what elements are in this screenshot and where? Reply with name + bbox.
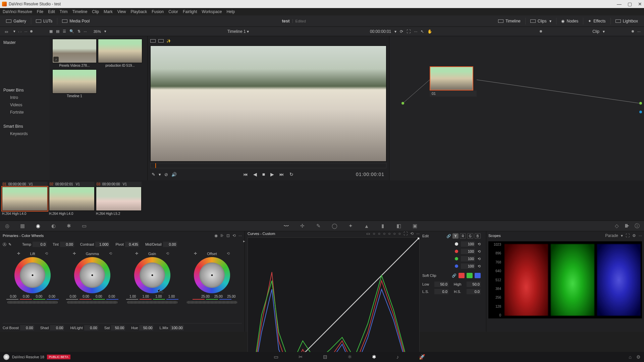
curve-editor[interactable]: ▸ (248, 237, 420, 362)
window-icon[interactable]: ◯ (331, 223, 338, 229)
camera-raw-icon[interactable]: ◎ (3, 223, 11, 229)
menu-help[interactable]: Help (226, 9, 235, 14)
options-icon[interactable]: ··· (639, 233, 642, 238)
chevron-down-icon[interactable]: ▾ (603, 29, 605, 34)
options-icon[interactable]: ··· (416, 231, 420, 236)
reset-icon[interactable]: ⟲ (232, 233, 236, 238)
luts-button[interactable]: LUTs (33, 17, 55, 25)
key-icon[interactable]: ◧ (395, 223, 402, 229)
hand-icon[interactable]: ✋ (427, 29, 432, 34)
menu-timeline[interactable]: Timeline (72, 9, 87, 14)
warper-icon[interactable]: ✢ (299, 223, 306, 229)
timeline-clip[interactable]: 01 00:00:00:00 V1 H.264 High L4.0 (2, 182, 48, 216)
viewer-image[interactable] (150, 46, 386, 162)
options-icon[interactable]: ··· (637, 29, 641, 34)
curves-icon[interactable]: 〰 (282, 223, 290, 229)
contrast-input[interactable]: 1.000 (95, 242, 109, 247)
cut-page-icon[interactable]: ✂ (299, 354, 303, 360)
color-node[interactable]: 01 (430, 66, 477, 97)
options-icon[interactable]: ··· (238, 233, 242, 238)
chevron-down-icon[interactable]: ▾ (159, 172, 161, 177)
viewer-layout-icon[interactable]: ▭ (5, 29, 9, 34)
reset-icon[interactable]: ⟲ (478, 242, 481, 246)
yrgb-toggle[interactable]: ✛ (135, 251, 138, 256)
thumb-view-icon[interactable]: ▤ (56, 29, 59, 34)
menu-fusion[interactable]: Fusion (152, 9, 164, 14)
timeline-name[interactable]: Timeline 1 (227, 29, 246, 34)
project-settings-icon[interactable]: ⚙ (636, 354, 641, 360)
colboost-input[interactable]: 0.00 (20, 325, 34, 330)
y-channel-chip[interactable]: Y (452, 233, 459, 239)
options-icon[interactable]: ··· (84, 29, 87, 34)
color-wheels-icon[interactable]: ◉ (34, 223, 42, 229)
qualifier-icon[interactable]: ✎ (315, 223, 322, 229)
settings-icon[interactable]: ⚙ (632, 233, 636, 238)
offset-wheel[interactable] (194, 257, 230, 293)
gallery-button[interactable]: Gallery (3, 17, 29, 25)
picker-icon[interactable]: ✎ (152, 172, 155, 177)
bin-keywords[interactable]: Keywords (0, 130, 50, 137)
sat-input[interactable]: 50.00 (111, 325, 125, 330)
blue-intensity[interactable]: 100 (461, 263, 475, 269)
unmix-icon[interactable]: ⊘ (164, 172, 168, 177)
chevron-down-icon[interactable]: ▾ (394, 29, 396, 34)
minimize-button[interactable]: — (617, 1, 622, 7)
magic-mask-icon[interactable]: ▲ (363, 223, 370, 229)
menu-davinci[interactable]: DaVinci Resolve (3, 9, 32, 14)
expand-icon[interactable]: ⛶ (626, 233, 630, 238)
gamma-wheel[interactable] (74, 257, 110, 293)
wheels-mode-icon[interactable]: ◉ (214, 233, 218, 238)
next-frame-button[interactable]: ⏭ (279, 172, 284, 177)
grid-view-icon[interactable]: ▦ (49, 29, 53, 34)
edit-page-icon[interactable]: ⊟ (323, 354, 327, 360)
temp-input[interactable]: 0.0 (33, 242, 47, 247)
timeline-clip[interactable]: 02 00:00:02:01 V1 H.264 High L4.0 (49, 182, 95, 216)
menu-clip[interactable]: Clip (92, 9, 99, 14)
scope-mode[interactable]: Parade (605, 233, 618, 238)
output-pin[interactable] (639, 102, 642, 105)
mediapool-button[interactable]: Media Pool (59, 17, 92, 25)
gamma-jog[interactable] (67, 301, 117, 304)
sc-red[interactable] (459, 273, 465, 278)
log-mode-icon[interactable]: ⊡ (226, 233, 230, 238)
rgb-mixer-icon[interactable]: ✱ (65, 223, 72, 229)
bin-intro[interactable]: Intro (0, 94, 50, 101)
tint-input[interactable]: 0.00 (60, 242, 74, 247)
maximize-button[interactable]: ▢ (628, 1, 632, 7)
shad-input[interactable]: 0.00 (50, 325, 64, 330)
highlight-icon[interactable] (150, 39, 156, 43)
link-icon[interactable]: 🔗 (446, 234, 451, 238)
r-channel-chip[interactable]: R (460, 233, 466, 239)
link-icon[interactable]: 🔗 (452, 274, 457, 278)
media-clip[interactable]: ♪Pexels Videos 278... (52, 39, 97, 68)
pivot-input[interactable]: 0.435 (125, 242, 139, 247)
lmix-input[interactable]: 100.00 (170, 325, 184, 330)
g-channel-chip[interactable]: G (467, 233, 473, 239)
reset-icon[interactable]: ⟲ (478, 264, 481, 268)
b-channel-chip[interactable]: B (475, 233, 481, 239)
auto-balance-icon[interactable]: Ⓐ (3, 242, 6, 247)
play-icon[interactable]: ▸ (243, 239, 245, 243)
red-intensity[interactable]: 100 (461, 249, 475, 254)
deliver-page-icon[interactable]: 🚀 (419, 354, 425, 360)
menu-workspace[interactable]: Workspace (202, 9, 222, 14)
menu-playback[interactable]: Playback (130, 9, 147, 14)
yrgb-toggle[interactable]: ✛ (73, 251, 76, 256)
effects-button[interactable]: ✦Effects (585, 17, 608, 25)
chevron-down-icon[interactable]: ▾ (247, 29, 249, 34)
tracker-icon[interactable]: ✦ (347, 223, 354, 229)
zoom-value[interactable]: 35% (94, 29, 101, 34)
hs-input[interactable]: 0.0 (467, 289, 481, 294)
clips-button[interactable]: Clips▾ (528, 17, 554, 25)
color-page-icon[interactable]: ✱ (372, 354, 376, 360)
chevron-down-icon[interactable]: ▾ (621, 233, 623, 238)
lum-intensity[interactable]: 100 (461, 241, 475, 247)
record-icon[interactable] (30, 30, 33, 33)
first-frame-button[interactable]: ⏮ (243, 172, 248, 177)
sc-blue[interactable] (475, 273, 481, 278)
fusion-page-icon[interactable]: ⚛ (347, 354, 352, 360)
expand-icon[interactable]: ⛶ (404, 231, 408, 236)
motion-icon[interactable]: ▭ (80, 223, 88, 229)
options-icon[interactable]: ··· (414, 29, 417, 34)
bin-fortnite[interactable]: Fortnite (0, 109, 50, 116)
